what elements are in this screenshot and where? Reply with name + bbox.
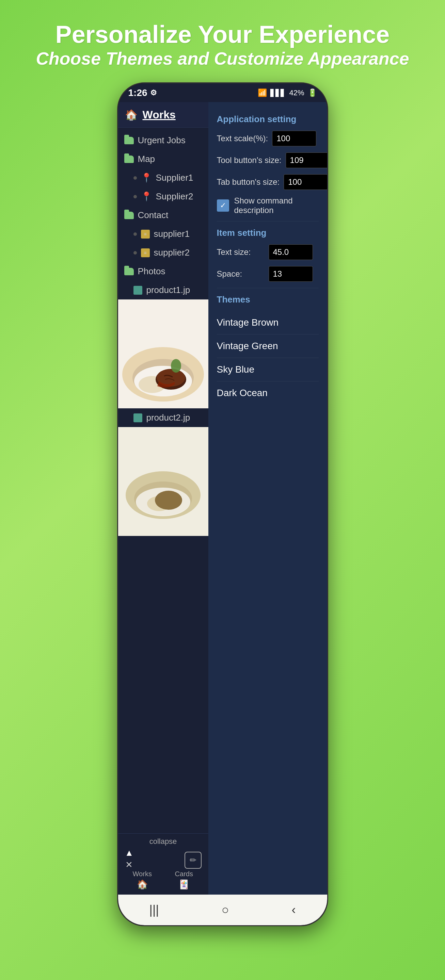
- tab-button-size-input[interactable]: [284, 174, 327, 190]
- wifi-icon: 📶: [258, 89, 267, 97]
- note-icon: ≡: [141, 230, 150, 239]
- settings-panel: Application setting Text scale(%): Tool …: [208, 102, 327, 894]
- show-command-label: Show command description: [234, 196, 319, 215]
- sidebar-item-label: Supplier2: [156, 191, 193, 202]
- theme-vintage-brown[interactable]: Vintage Brown: [217, 311, 319, 334]
- settings-icon: ⚙: [150, 89, 157, 97]
- tool-button-size-row: Tool button's size:: [217, 153, 319, 168]
- sidebar-item-label: Contact: [138, 210, 169, 221]
- space-input[interactable]: [269, 266, 313, 282]
- phone-screen: 1:26 ⚙ 📶 ▋▋▋ 42% 🔋 🏠 Works: [118, 83, 327, 925]
- tab-button-size-label: Tab button's size:: [217, 177, 280, 187]
- pin-icon: 📍: [141, 172, 152, 183]
- status-time: 1:26 ⚙: [128, 88, 157, 98]
- list-item[interactable]: 📍 Supplier1: [118, 169, 208, 187]
- sidebar-bottom: collapse ▲ ✕ ✏ Works 🏠: [118, 833, 208, 894]
- image-icon: [134, 286, 142, 295]
- theme-vintage-green[interactable]: Vintage Green: [217, 334, 319, 358]
- svg-point-13: [155, 491, 182, 510]
- list-item[interactable]: Contact: [118, 206, 208, 224]
- collapse-up-arrow[interactable]: ▲: [125, 848, 134, 858]
- list-item[interactable]: Map: [118, 150, 208, 169]
- android-nav-bar: ||| ○ ‹: [118, 894, 327, 925]
- sidebar-item-label: Urgent Jobs: [138, 135, 185, 146]
- sidebar-item-label: Map: [138, 154, 155, 164]
- folder-icon: [124, 137, 134, 144]
- sidebar-item-label: product2.jp: [147, 412, 190, 423]
- collapse-x-icon[interactable]: ✕: [125, 859, 133, 870]
- edit-button[interactable]: ✏: [185, 852, 201, 869]
- tab-works-icon: 🏠: [137, 879, 148, 890]
- note-icon: ≡: [141, 248, 150, 257]
- tab-cards-label: Cards: [175, 870, 193, 878]
- tab-cards[interactable]: Cards 🃏: [163, 870, 205, 890]
- collapse-label: collapse: [150, 837, 177, 846]
- tab-bar: Works 🏠 Cards 🃏: [118, 870, 208, 890]
- tab-works[interactable]: Works 🏠: [121, 870, 163, 890]
- battery-display: 42%: [289, 89, 304, 97]
- dot-icon: [134, 195, 137, 198]
- list-item[interactable]: Photos: [118, 262, 208, 281]
- theme-sky-blue[interactable]: Sky Blue: [217, 358, 319, 382]
- nav-recent-button[interactable]: |||: [150, 903, 159, 917]
- dot-icon: [134, 251, 137, 255]
- text-size-label: Text size:: [217, 247, 265, 257]
- signal-icon: ▋▋▋: [270, 89, 286, 97]
- list-item[interactable]: product1.jp: [118, 281, 208, 299]
- sidebar-header[interactable]: 🏠 Works: [118, 102, 208, 127]
- sidebar-item-label: supplier2: [154, 247, 190, 258]
- space-label: Space:: [217, 269, 265, 279]
- nav-home-button[interactable]: ○: [222, 903, 229, 917]
- dot-icon: [134, 232, 137, 236]
- nav-back-button[interactable]: ‹: [292, 903, 295, 917]
- folder-icon: [124, 268, 134, 275]
- divider-2: [217, 288, 319, 288]
- food-image-2: [118, 427, 208, 536]
- list-item[interactable]: ≡ supplier1: [118, 224, 208, 243]
- battery-icon: 🔋: [308, 89, 317, 97]
- text-size-row: Text size:: [217, 244, 319, 260]
- show-command-desc-row: ✓ Show command description: [217, 196, 319, 215]
- food-svg-2: [118, 427, 208, 536]
- text-scale-input[interactable]: [272, 130, 316, 146]
- list-item[interactable]: ≡ supplier2: [118, 243, 208, 262]
- header-subtitle: Choose Themes and Customize Appearance: [36, 48, 409, 69]
- food-svg: [118, 299, 208, 408]
- phone-shell: 1:26 ⚙ 📶 ▋▋▋ 42% 🔋 🏠 Works: [117, 82, 328, 926]
- dot-icon: [134, 176, 137, 180]
- divider-1: [217, 221, 319, 221]
- tool-button-size-input[interactable]: [286, 153, 327, 168]
- sidebar-item-label: Supplier1: [156, 172, 193, 183]
- sidebar: 🏠 Works Urgent Jobs Map: [118, 102, 208, 894]
- pin-icon: 📍: [141, 191, 152, 202]
- item-settings-title: Item setting: [217, 228, 319, 238]
- svg-point-7: [171, 359, 181, 372]
- image-icon: [134, 414, 142, 422]
- sidebar-title: Works: [143, 108, 176, 121]
- home-icon: 🏠: [125, 109, 137, 121]
- text-scale-row: Text scale(%):: [217, 130, 319, 146]
- text-size-input[interactable]: [269, 244, 313, 260]
- header-title: Personalize Your Experience: [36, 21, 409, 48]
- status-icons: 📶 ▋▋▋ 42% 🔋: [258, 89, 317, 97]
- sidebar-item-label: product1.jp: [147, 285, 190, 295]
- list-item[interactable]: product2.jp: [118, 408, 208, 427]
- app-settings-title: Application setting: [217, 114, 319, 124]
- folder-icon: [124, 156, 134, 163]
- tab-cards-icon: 🃏: [179, 879, 189, 890]
- list-item[interactable]: Urgent Jobs: [118, 131, 208, 150]
- show-command-checkbox[interactable]: ✓: [217, 199, 229, 212]
- themes-title: Themes: [217, 294, 319, 305]
- app-content: 🏠 Works Urgent Jobs Map: [118, 102, 327, 894]
- product-thumbnail-1: [118, 299, 208, 408]
- theme-dark-ocean[interactable]: Dark Ocean: [217, 382, 319, 404]
- text-scale-label: Text scale(%):: [217, 134, 268, 143]
- tool-button-size-label: Tool button's size:: [217, 156, 282, 165]
- list-item[interactable]: 📍 Supplier2: [118, 187, 208, 206]
- sidebar-item-label: Photos: [138, 266, 166, 277]
- tab-works-label: Works: [133, 870, 152, 878]
- space-row: Space:: [217, 266, 319, 282]
- tab-button-size-row: Tab button's size:: [217, 174, 319, 190]
- sidebar-item-label: supplier1: [154, 229, 190, 239]
- folder-icon: [124, 212, 134, 219]
